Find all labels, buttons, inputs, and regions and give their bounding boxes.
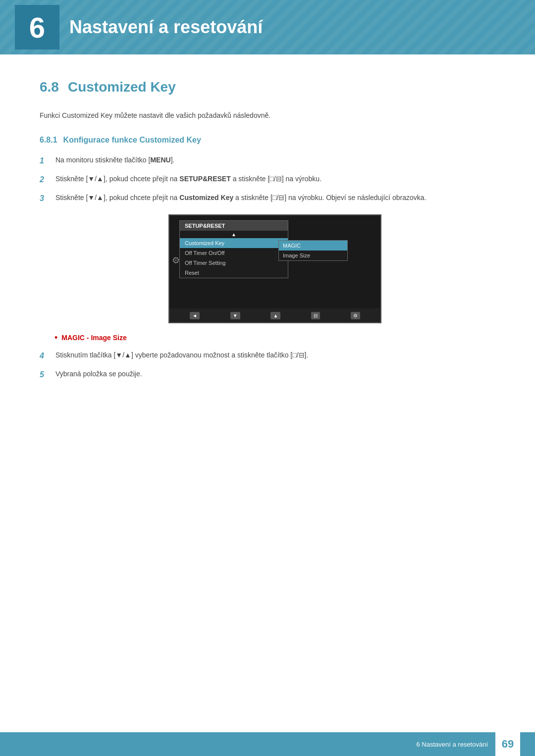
intro-text: Funkci Customized Key můžete nastavit dl… [40, 110, 495, 121]
menu-item-customized: Customized Key ▶ [180, 238, 288, 248]
menu-item-label: Off Timer Setting [185, 260, 225, 266]
subsection-heading: 6.8.1 Konfigurace funkce Customized Key [40, 136, 495, 145]
step-text-2: Stiskněte [▼/▲], pokud chcete přejít na … [55, 173, 495, 184]
menu-item-label: Customized Key [185, 240, 224, 246]
step-3: 3 Stiskněte [▼/▲], pokud chcete přejít n… [40, 192, 495, 205]
step-text-4: Stisknutím tlačítka [▼/▲] vyberte požado… [55, 350, 495, 360]
step-number-2: 2 [40, 173, 48, 186]
bottom-btn-icon-2: ▼ [230, 312, 240, 319]
steps-list: 1 Na monitoru stiskněte tlačítko [MENU].… [40, 154, 495, 204]
menu-item-reset: Reset [180, 268, 288, 278]
settings-icon: ⚙ [172, 255, 180, 266]
bottom-btn-3: ▲ [270, 312, 280, 319]
section-title: Customized Key [68, 79, 176, 95]
subsection-title: Konfigurace funkce Customized Key [63, 136, 201, 145]
step-5: 5 Vybraná položka se použije. [40, 368, 495, 381]
menu-header: SETUP&RESET [180, 221, 288, 231]
bottom-btn-icon-3: ▲ [270, 312, 280, 319]
menu-items: Customized Key ▶ Off Timer On/Off Off Ti… [180, 238, 288, 278]
bottom-btn-icon-4: ⊟ [311, 312, 320, 319]
menu-item-offtimer-setting: Off Timer Setting [180, 258, 288, 268]
bullet-item: • MAGIC - Image Size [54, 333, 495, 342]
main-content: 6.8 Customized Key Funkci Customized Key… [0, 54, 535, 430]
footer-page-number: 69 [495, 732, 520, 756]
step-text-1: Na monitoru stiskněte tlačítko [MENU]. [55, 154, 495, 165]
bullet-dot: • [54, 333, 57, 342]
menu-item-offtimer-onoff: Off Timer On/Off [180, 248, 288, 258]
bottom-btn-4: ⊟ [311, 312, 320, 319]
screenshot-container: SETUP&RESET ▲ Customized Key ▶ Off Timer… [54, 214, 495, 323]
menu-item-label: Reset [185, 270, 199, 276]
menu-panel: SETUP&RESET ▲ Customized Key ▶ Off Timer… [179, 220, 288, 278]
submenu-item-magic: MAGIC [279, 241, 347, 251]
footer-text: 6 Nastavení a resetování [416, 741, 488, 748]
step-text-5: Vybraná položka se použije. [55, 368, 495, 379]
section-number: 6.8 [40, 79, 59, 95]
chapter-title: Nastavení a resetování [69, 17, 263, 38]
step-text-3: Stiskněte [▼/▲], pokud chcete přejít na … [55, 192, 495, 203]
submenu-panel: MAGIC Image Size [278, 240, 348, 261]
menu-item-label: Off Timer On/Off [185, 250, 224, 256]
screen-bottom-bar: ◄ ▼ ▲ ⊟ ⚙ [169, 308, 380, 322]
bottom-btn-icon-5: ⚙ [351, 312, 360, 319]
bottom-btn-icon-1: ◄ [190, 312, 200, 319]
step-number-3: 3 [40, 192, 48, 205]
bottom-btn-5: ⚙ [351, 312, 360, 319]
step-number-4: 4 [40, 350, 48, 362]
chapter-number: 6 [15, 5, 59, 50]
step-4: 4 Stisknutím tlačítka [▼/▲] vyberte poža… [40, 350, 495, 362]
steps-list-2: 4 Stisknutím tlačítka [▼/▲] vyberte poža… [40, 350, 495, 381]
subsection-number: 6.8.1 [40, 136, 57, 145]
submenu-item-imagesize: Image Size [279, 251, 347, 260]
bottom-btn-1: ◄ [190, 312, 200, 319]
page-footer: 6 Nastavení a resetování 69 [0, 732, 535, 756]
step-2: 2 Stiskněte [▼/▲], pokud chcete přejít n… [40, 173, 495, 186]
step-1: 1 Na monitoru stiskněte tlačítko [MENU]. [40, 154, 495, 167]
bullet-text: MAGIC - Image Size [61, 334, 126, 342]
monitor-screen: SETUP&RESET ▲ Customized Key ▶ Off Timer… [168, 214, 381, 323]
step-number-5: 5 [40, 368, 48, 381]
section-heading: 6.8 Customized Key [40, 79, 495, 95]
menu-arrow-up: ▲ [180, 231, 288, 238]
bottom-btn-2: ▼ [230, 312, 240, 319]
step-number-1: 1 [40, 154, 48, 167]
chapter-header: 6 Nastavení a resetování [0, 0, 535, 54]
